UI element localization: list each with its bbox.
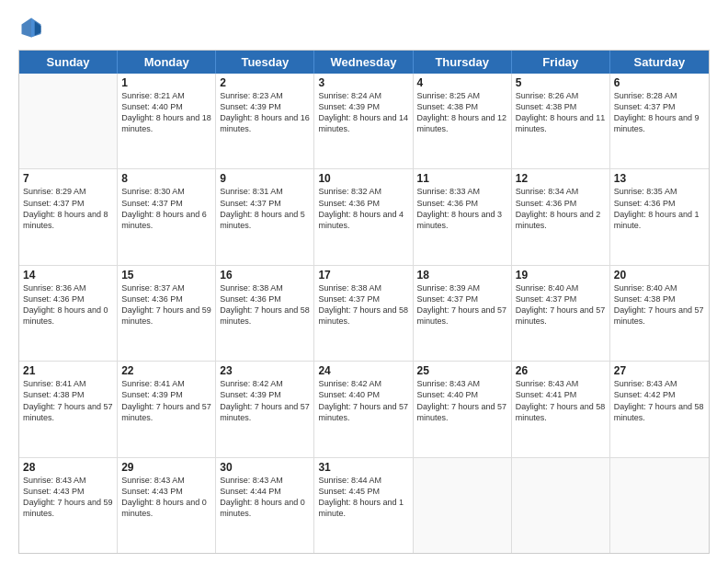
day-number: 13 (614, 172, 705, 185)
cell-info: Sunrise: 8:43 AMSunset: 4:44 PMDaylight:… (220, 475, 310, 520)
day-number: 6 (614, 76, 705, 89)
cal-cell (610, 458, 709, 553)
cal-header-saturday: Saturday (610, 51, 709, 74)
calendar-body: 1Sunrise: 8:21 AMSunset: 4:40 PMDaylight… (19, 74, 709, 553)
cal-cell: 4Sunrise: 8:25 AMSunset: 4:38 PMDaylight… (414, 74, 512, 168)
day-number: 3 (318, 76, 408, 89)
cell-info: Sunrise: 8:21 AMSunset: 4:40 PMDaylight:… (121, 90, 211, 135)
cal-header-friday: Friday (512, 51, 610, 74)
cell-info: Sunrise: 8:34 AMSunset: 4:36 PMDaylight:… (516, 186, 606, 231)
day-number: 22 (121, 364, 211, 377)
calendar: SundayMondayTuesdayWednesdayThursdayFrid… (18, 50, 710, 554)
day-number: 25 (417, 364, 507, 377)
day-number: 21 (23, 364, 113, 377)
day-number: 16 (220, 269, 310, 282)
cell-info: Sunrise: 8:29 AMSunset: 4:37 PMDaylight:… (23, 186, 113, 231)
logo-icon (18, 15, 44, 40)
cal-cell: 28Sunrise: 8:43 AMSunset: 4:43 PMDayligh… (19, 458, 118, 553)
calendar-header-row: SundayMondayTuesdayWednesdayThursdayFrid… (19, 51, 709, 74)
cal-header-tuesday: Tuesday (216, 51, 314, 74)
day-number: 12 (516, 172, 606, 185)
cal-cell: 15Sunrise: 8:37 AMSunset: 4:36 PMDayligh… (118, 266, 216, 361)
cell-info: Sunrise: 8:42 AMSunset: 4:40 PMDaylight:… (318, 378, 408, 423)
cal-cell: 12Sunrise: 8:34 AMSunset: 4:36 PMDayligh… (512, 169, 610, 264)
day-number: 11 (417, 172, 507, 185)
cal-cell: 10Sunrise: 8:32 AMSunset: 4:36 PMDayligh… (314, 169, 413, 264)
cal-cell: 5Sunrise: 8:26 AMSunset: 4:38 PMDaylight… (512, 74, 610, 168)
cell-info: Sunrise: 8:43 AMSunset: 4:41 PMDaylight:… (516, 378, 606, 423)
day-number: 4 (417, 76, 507, 89)
cal-cell: 30Sunrise: 8:43 AMSunset: 4:44 PMDayligh… (216, 458, 314, 553)
cell-info: Sunrise: 8:36 AMSunset: 4:36 PMDaylight:… (23, 282, 113, 327)
day-number: 27 (614, 364, 705, 377)
cal-cell (19, 74, 118, 168)
cal-cell: 27Sunrise: 8:43 AMSunset: 4:42 PMDayligh… (610, 362, 709, 456)
cal-cell: 13Sunrise: 8:35 AMSunset: 4:36 PMDayligh… (610, 169, 709, 264)
day-number: 26 (516, 364, 606, 377)
cell-info: Sunrise: 8:31 AMSunset: 4:37 PMDaylight:… (220, 186, 310, 231)
cal-cell: 20Sunrise: 8:40 AMSunset: 4:38 PMDayligh… (610, 266, 709, 361)
cal-cell: 24Sunrise: 8:42 AMSunset: 4:40 PMDayligh… (314, 362, 413, 456)
cal-cell: 7Sunrise: 8:29 AMSunset: 4:37 PMDaylight… (19, 169, 118, 264)
cal-cell: 21Sunrise: 8:41 AMSunset: 4:38 PMDayligh… (19, 362, 118, 456)
cal-cell: 1Sunrise: 8:21 AMSunset: 4:40 PMDaylight… (118, 74, 216, 168)
cell-info: Sunrise: 8:41 AMSunset: 4:39 PMDaylight:… (121, 378, 211, 423)
cal-cell: 19Sunrise: 8:40 AMSunset: 4:37 PMDayligh… (512, 266, 610, 361)
cal-cell: 29Sunrise: 8:43 AMSunset: 4:43 PMDayligh… (118, 458, 216, 553)
day-number: 31 (318, 461, 408, 474)
cal-cell: 22Sunrise: 8:41 AMSunset: 4:39 PMDayligh… (118, 362, 216, 456)
cell-info: Sunrise: 8:43 AMSunset: 4:43 PMDaylight:… (23, 475, 113, 520)
cal-cell: 6Sunrise: 8:28 AMSunset: 4:37 PMDaylight… (610, 74, 709, 168)
day-number: 30 (220, 461, 310, 474)
cell-info: Sunrise: 8:43 AMSunset: 4:43 PMDaylight:… (121, 475, 211, 520)
cal-cell: 9Sunrise: 8:31 AMSunset: 4:37 PMDaylight… (216, 169, 314, 264)
day-number: 15 (121, 269, 211, 282)
cal-cell: 2Sunrise: 8:23 AMSunset: 4:39 PMDaylight… (216, 74, 314, 168)
day-number: 7 (23, 172, 113, 185)
svg-marker-2 (31, 18, 35, 38)
cal-week-2: 7Sunrise: 8:29 AMSunset: 4:37 PMDaylight… (19, 169, 709, 265)
cell-info: Sunrise: 8:30 AMSunset: 4:37 PMDaylight:… (121, 186, 211, 231)
day-number: 28 (23, 461, 113, 474)
cal-week-4: 21Sunrise: 8:41 AMSunset: 4:38 PMDayligh… (19, 362, 709, 457)
cell-info: Sunrise: 8:25 AMSunset: 4:38 PMDaylight:… (417, 90, 507, 135)
day-number: 18 (417, 269, 507, 282)
cell-info: Sunrise: 8:38 AMSunset: 4:37 PMDaylight:… (318, 282, 408, 327)
cal-cell: 8Sunrise: 8:30 AMSunset: 4:37 PMDaylight… (118, 169, 216, 264)
page: SundayMondayTuesdayWednesdayThursdayFrid… (0, 0, 728, 563)
day-number: 1 (121, 76, 211, 89)
cal-cell: 3Sunrise: 8:24 AMSunset: 4:39 PMDaylight… (314, 74, 413, 168)
cal-cell (414, 458, 512, 553)
logo (18, 15, 48, 40)
cal-week-5: 28Sunrise: 8:43 AMSunset: 4:43 PMDayligh… (19, 458, 709, 553)
day-number: 14 (23, 269, 113, 282)
cal-header-monday: Monday (118, 51, 216, 74)
cal-header-sunday: Sunday (19, 51, 118, 74)
cal-cell (512, 458, 610, 553)
cal-cell: 23Sunrise: 8:42 AMSunset: 4:39 PMDayligh… (216, 362, 314, 456)
cell-info: Sunrise: 8:42 AMSunset: 4:39 PMDaylight:… (220, 378, 310, 423)
day-number: 8 (121, 172, 211, 185)
cal-cell: 16Sunrise: 8:38 AMSunset: 4:36 PMDayligh… (216, 266, 314, 361)
cal-header-thursday: Thursday (414, 51, 512, 74)
cal-cell: 31Sunrise: 8:44 AMSunset: 4:45 PMDayligh… (314, 458, 413, 553)
cell-info: Sunrise: 8:41 AMSunset: 4:38 PMDaylight:… (23, 378, 113, 423)
cell-info: Sunrise: 8:43 AMSunset: 4:40 PMDaylight:… (417, 378, 507, 423)
cell-info: Sunrise: 8:32 AMSunset: 4:36 PMDaylight:… (318, 186, 408, 231)
cal-header-wednesday: Wednesday (314, 51, 413, 74)
cal-cell: 18Sunrise: 8:39 AMSunset: 4:37 PMDayligh… (414, 266, 512, 361)
cell-info: Sunrise: 8:35 AMSunset: 4:36 PMDaylight:… (614, 186, 705, 231)
cell-info: Sunrise: 8:40 AMSunset: 4:38 PMDaylight:… (614, 282, 705, 327)
cal-cell: 25Sunrise: 8:43 AMSunset: 4:40 PMDayligh… (414, 362, 512, 456)
cal-cell: 14Sunrise: 8:36 AMSunset: 4:36 PMDayligh… (19, 266, 118, 361)
cell-info: Sunrise: 8:40 AMSunset: 4:37 PMDaylight:… (516, 282, 606, 327)
cell-info: Sunrise: 8:39 AMSunset: 4:37 PMDaylight:… (417, 282, 507, 327)
cell-info: Sunrise: 8:33 AMSunset: 4:36 PMDaylight:… (417, 186, 507, 231)
day-number: 24 (318, 364, 408, 377)
cell-info: Sunrise: 8:38 AMSunset: 4:36 PMDaylight:… (220, 282, 310, 327)
day-number: 2 (220, 76, 310, 89)
cell-info: Sunrise: 8:44 AMSunset: 4:45 PMDaylight:… (318, 475, 408, 520)
day-number: 29 (121, 461, 211, 474)
cell-info: Sunrise: 8:28 AMSunset: 4:37 PMDaylight:… (614, 90, 705, 135)
day-number: 17 (318, 269, 408, 282)
